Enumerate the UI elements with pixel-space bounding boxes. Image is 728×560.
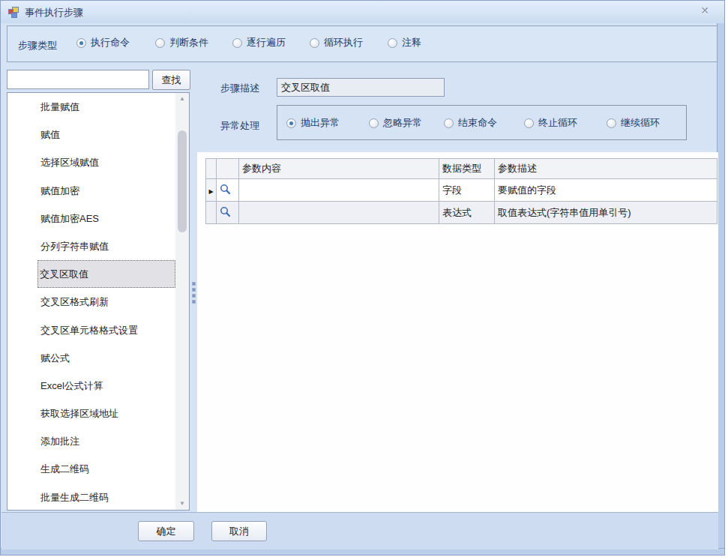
list-item[interactable]: 分列字符串赋值: [7, 232, 189, 260]
table-row: ▶ 字段 要赋值的字段: [206, 179, 718, 202]
list-scrollbar[interactable]: ▲ ▼: [175, 93, 189, 510]
list-item[interactable]: 选择区域赋值: [7, 148, 189, 176]
radio-ignore-exception[interactable]: 忽略异常: [369, 117, 422, 129]
scrollbar-thumb[interactable]: [178, 130, 187, 232]
step-desc-label: 步骤描述: [220, 82, 259, 95]
grid-header-type: 数据类型: [439, 159, 495, 179]
parameter-grid: 参数内容 数据类型 参数描述 ▶ 字段 要赋值的字段: [205, 158, 718, 224]
exception-label: 异常处理: [220, 119, 259, 133]
radio-icon: [388, 38, 397, 48]
lookup-cell[interactable]: [217, 202, 239, 224]
grid-header-marker: [206, 159, 217, 179]
radio-icon: [155, 38, 165, 48]
radio-stop-loop[interactable]: 终止循环: [524, 117, 577, 129]
scroll-down-icon[interactable]: ▼: [175, 498, 189, 510]
param-type-cell: 字段: [439, 179, 495, 202]
radio-icon: [369, 118, 379, 128]
radio-exec-command[interactable]: 执行命令: [76, 37, 130, 49]
splitter-grip-icon: [192, 282, 196, 306]
grid-panel: 参数内容 数据类型 参数描述 ▶ 字段 要赋值的字段: [197, 152, 718, 512]
list-item[interactable]: 批量赋值: [7, 93, 189, 121]
magnifier-icon[interactable]: [220, 206, 231, 217]
list-item[interactable]: 赋值加密AES: [7, 205, 189, 232]
radio-icon: [444, 118, 454, 128]
table-row: 表达式 取值表达式(字符串值用单引号): [206, 202, 718, 224]
lookup-cell[interactable]: [217, 179, 239, 202]
step-type-bar: 步骤类型 执行命令 判断条件 逐行遍历 循环执行 注释: [7, 25, 718, 62]
list-item[interactable]: 生成二维码: [7, 455, 189, 483]
magnifier-icon[interactable]: [220, 184, 231, 195]
exception-group: 抛出异常 忽略异常 结束命令 终止循环 继续循环: [277, 105, 687, 140]
radio-end-command[interactable]: 结束命令: [444, 117, 497, 129]
window-title: 事件执行步骤: [25, 6, 83, 19]
step-list: 批量赋值 赋值 选择区域赋值 赋值加密 赋值加密AES 分列字符串赋值 交叉区取…: [7, 92, 190, 511]
list-item[interactable]: 交叉区格式刷新: [7, 288, 189, 316]
param-desc-cell: 取值表达式(字符串值用单引号): [495, 202, 718, 224]
search-input[interactable]: [7, 70, 149, 89]
radio-row-traverse[interactable]: 逐行遍历: [232, 37, 286, 49]
scroll-up-icon[interactable]: ▲: [175, 93, 189, 105]
list-item[interactable]: 获取选择区域地址: [7, 400, 189, 427]
close-icon[interactable]: ✕: [700, 4, 709, 16]
list-item[interactable]: 赋值: [7, 121, 189, 148]
radio-icon: [232, 38, 242, 48]
param-content-cell[interactable]: [239, 202, 439, 224]
list-item[interactable]: 批量生成二维码: [7, 484, 189, 511]
find-button[interactable]: 查找: [152, 70, 190, 90]
radio-icon: [607, 118, 616, 128]
list-item[interactable]: 赋公式: [7, 344, 189, 372]
list-item[interactable]: 交叉区单元格格式设置: [7, 316, 189, 344]
list-item[interactable]: Excel公式计算: [7, 372, 189, 400]
radio-comment[interactable]: 注释: [388, 37, 421, 49]
step-type-label: 步骤类型: [18, 39, 57, 52]
title-bar: 事件执行步骤 ✕: [1, 1, 724, 23]
ok-button[interactable]: 确定: [138, 521, 194, 541]
grid-header-mag: [217, 159, 239, 179]
radio-icon: [524, 118, 534, 128]
list-item[interactable]: 赋值加密: [7, 177, 189, 205]
panel-splitter[interactable]: [190, 92, 197, 511]
grid-header-content: 参数内容: [239, 159, 439, 179]
radio-icon: [310, 38, 319, 48]
cancel-button[interactable]: 取消: [211, 521, 267, 541]
list-item[interactable]: 添加批注: [7, 427, 189, 455]
param-content-cell[interactable]: [239, 179, 439, 202]
param-type-cell: 表达式: [439, 202, 495, 224]
grid-header-desc: 参数描述: [495, 159, 718, 179]
radio-continue-loop[interactable]: 继续循环: [607, 117, 660, 129]
footer-bar: 确定 取消: [1, 512, 718, 550]
radio-icon: [76, 38, 86, 48]
app-icon: [8, 7, 19, 18]
radio-loop-exec[interactable]: 循环执行: [310, 37, 363, 49]
dialog-window: 事件执行步骤 ✕ 步骤类型 执行命令 判断条件 逐行遍历 循环执行 注释 查找: [0, 0, 725, 556]
row-marker-cell: [206, 202, 217, 224]
param-desc-cell: 要赋值的字段: [495, 179, 718, 202]
radio-throw-exception[interactable]: 抛出异常: [286, 117, 340, 129]
radio-judge-condition[interactable]: 判断条件: [155, 37, 208, 49]
step-desc-field[interactable]: 交叉区取值: [277, 78, 445, 97]
radio-icon: [286, 118, 296, 128]
grid-header-row: 参数内容 数据类型 参数描述: [206, 159, 718, 179]
current-row-marker: ▶: [206, 179, 217, 202]
list-item-selected[interactable]: 交叉区取值: [37, 260, 175, 288]
